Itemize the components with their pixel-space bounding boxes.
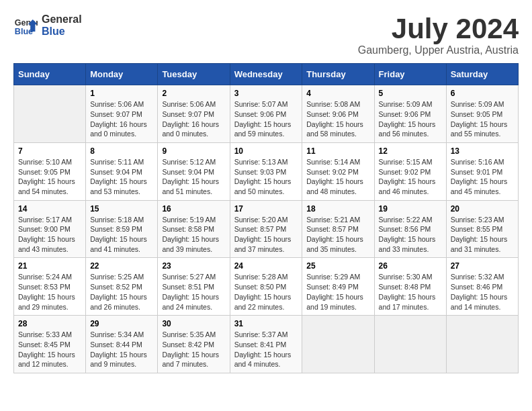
day-info: Sunrise: 5:11 AM Sunset: 9:04 PM Dayligh…: [90, 157, 153, 197]
calendar-cell: [446, 316, 518, 373]
calendar-cell: 4Sunrise: 5:08 AM Sunset: 9:06 PM Daylig…: [302, 85, 374, 143]
header-cell-saturday: Saturday: [446, 64, 518, 85]
calendar-cell: 1Sunrise: 5:06 AM Sunset: 9:07 PM Daylig…: [86, 85, 158, 143]
day-number: 7: [18, 146, 81, 156]
day-info: Sunrise: 5:29 AM Sunset: 8:49 PM Dayligh…: [306, 272, 369, 312]
day-info: Sunrise: 5:28 AM Sunset: 8:50 PM Dayligh…: [234, 272, 298, 312]
calendar-cell: 28Sunrise: 5:33 AM Sunset: 8:45 PM Dayli…: [14, 316, 86, 373]
calendar-cell: 14Sunrise: 5:17 AM Sunset: 9:00 PM Dayli…: [14, 200, 86, 258]
calendar-cell: 7Sunrise: 5:10 AM Sunset: 9:05 PM Daylig…: [14, 142, 86, 200]
calendar-cell: 16Sunrise: 5:19 AM Sunset: 8:58 PM Dayli…: [158, 200, 230, 258]
calendar-cell: 8Sunrise: 5:11 AM Sunset: 9:04 PM Daylig…: [86, 142, 158, 200]
day-info: Sunrise: 5:08 AM Sunset: 9:06 PM Dayligh…: [306, 99, 369, 139]
logo: General Blue General Blue: [13, 13, 82, 38]
day-number: 17: [234, 204, 298, 214]
page-header: General Blue General Blue July 2024 Gaum…: [13, 13, 519, 56]
day-number: 30: [162, 319, 225, 328]
calendar-cell: 18Sunrise: 5:21 AM Sunset: 8:57 PM Dayli…: [302, 200, 374, 258]
header-cell-monday: Monday: [86, 64, 158, 85]
calendar-body: 1Sunrise: 5:06 AM Sunset: 9:07 PM Daylig…: [14, 85, 519, 373]
day-number: 9: [162, 146, 225, 156]
day-number: 13: [451, 146, 514, 156]
day-info: Sunrise: 5:17 AM Sunset: 9:00 PM Dayligh…: [18, 215, 81, 255]
day-number: 31: [234, 319, 298, 328]
day-number: 23: [162, 261, 225, 271]
day-info: Sunrise: 5:37 AM Sunset: 8:41 PM Dayligh…: [234, 330, 298, 369]
day-number: 8: [90, 146, 153, 156]
calendar-cell: 20Sunrise: 5:23 AM Sunset: 8:55 PM Dayli…: [446, 200, 518, 258]
calendar-cell: 29Sunrise: 5:34 AM Sunset: 8:44 PM Dayli…: [86, 316, 158, 373]
calendar-row: 28Sunrise: 5:33 AM Sunset: 8:45 PM Dayli…: [14, 316, 519, 373]
calendar-cell: 6Sunrise: 5:09 AM Sunset: 9:05 PM Daylig…: [446, 85, 518, 143]
day-number: 29: [90, 319, 153, 328]
day-info: Sunrise: 5:12 AM Sunset: 9:04 PM Dayligh…: [162, 157, 225, 197]
day-info: Sunrise: 5:06 AM Sunset: 9:07 PM Dayligh…: [162, 99, 225, 139]
day-number: 20: [451, 204, 514, 214]
day-number: 19: [379, 204, 442, 214]
page-title: July 2024: [358, 13, 519, 44]
day-number: 3: [234, 89, 298, 98]
day-number: 25: [306, 261, 369, 271]
day-number: 22: [90, 261, 153, 271]
day-info: Sunrise: 5:09 AM Sunset: 9:05 PM Dayligh…: [451, 99, 514, 139]
calendar-cell: 13Sunrise: 5:16 AM Sunset: 9:01 PM Dayli…: [446, 142, 518, 200]
day-info: Sunrise: 5:23 AM Sunset: 8:55 PM Dayligh…: [451, 215, 514, 255]
calendar-cell: 15Sunrise: 5:18 AM Sunset: 8:59 PM Dayli…: [86, 200, 158, 258]
day-info: Sunrise: 5:13 AM Sunset: 9:03 PM Dayligh…: [234, 157, 298, 197]
day-number: 2: [162, 89, 225, 98]
day-info: Sunrise: 5:20 AM Sunset: 8:57 PM Dayligh…: [234, 215, 298, 255]
calendar-cell: 5Sunrise: 5:09 AM Sunset: 9:06 PM Daylig…: [374, 85, 446, 143]
calendar-cell: [14, 85, 86, 143]
calendar-cell: 11Sunrise: 5:14 AM Sunset: 9:02 PM Dayli…: [302, 142, 374, 200]
calendar-row: 21Sunrise: 5:24 AM Sunset: 8:53 PM Dayli…: [14, 258, 519, 316]
day-number: 10: [234, 146, 298, 156]
calendar-header: SundayMondayTuesdayWednesdayThursdayFrid…: [14, 64, 519, 85]
day-number: 5: [379, 89, 442, 98]
logo-general-text: General: [42, 13, 82, 26]
day-info: Sunrise: 5:33 AM Sunset: 8:45 PM Dayligh…: [18, 330, 81, 369]
header-cell-sunday: Sunday: [14, 64, 86, 85]
calendar-cell: 22Sunrise: 5:25 AM Sunset: 8:52 PM Dayli…: [86, 258, 158, 316]
day-number: 21: [18, 261, 81, 271]
day-info: Sunrise: 5:16 AM Sunset: 9:01 PM Dayligh…: [451, 157, 514, 197]
day-number: 6: [451, 89, 514, 98]
logo-icon: General Blue: [13, 13, 38, 38]
header-cell-thursday: Thursday: [302, 64, 374, 85]
svg-text:Blue: Blue: [15, 27, 33, 36]
day-info: Sunrise: 5:34 AM Sunset: 8:44 PM Dayligh…: [90, 330, 153, 369]
day-number: 15: [90, 204, 153, 214]
calendar-cell: 9Sunrise: 5:12 AM Sunset: 9:04 PM Daylig…: [158, 142, 230, 200]
day-number: 27: [451, 261, 514, 271]
calendar-cell: 19Sunrise: 5:22 AM Sunset: 8:56 PM Dayli…: [374, 200, 446, 258]
calendar-cell: 17Sunrise: 5:20 AM Sunset: 8:57 PM Dayli…: [230, 200, 302, 258]
day-info: Sunrise: 5:24 AM Sunset: 8:53 PM Dayligh…: [18, 272, 81, 312]
day-info: Sunrise: 5:14 AM Sunset: 9:02 PM Dayligh…: [306, 157, 369, 197]
page-subtitle: Gaumberg, Upper Austria, Austria: [358, 44, 519, 56]
calendar-cell: 31Sunrise: 5:37 AM Sunset: 8:41 PM Dayli…: [230, 316, 302, 373]
calendar-cell: 25Sunrise: 5:29 AM Sunset: 8:49 PM Dayli…: [302, 258, 374, 316]
day-info: Sunrise: 5:09 AM Sunset: 9:06 PM Dayligh…: [379, 99, 442, 139]
calendar-cell: 26Sunrise: 5:30 AM Sunset: 8:48 PM Dayli…: [374, 258, 446, 316]
day-info: Sunrise: 5:07 AM Sunset: 9:06 PM Dayligh…: [234, 99, 298, 139]
calendar-row: 14Sunrise: 5:17 AM Sunset: 9:00 PM Dayli…: [14, 200, 519, 258]
day-number: 24: [234, 261, 298, 271]
day-info: Sunrise: 5:25 AM Sunset: 8:52 PM Dayligh…: [90, 272, 153, 312]
day-info: Sunrise: 5:15 AM Sunset: 9:02 PM Dayligh…: [379, 157, 442, 197]
calendar-row: 1Sunrise: 5:06 AM Sunset: 9:07 PM Daylig…: [14, 85, 519, 143]
day-info: Sunrise: 5:30 AM Sunset: 8:48 PM Dayligh…: [379, 272, 442, 312]
day-info: Sunrise: 5:19 AM Sunset: 8:58 PM Dayligh…: [162, 215, 225, 255]
day-number: 12: [379, 146, 442, 156]
calendar-cell: 27Sunrise: 5:32 AM Sunset: 8:46 PM Dayli…: [446, 258, 518, 316]
calendar-cell: 10Sunrise: 5:13 AM Sunset: 9:03 PM Dayli…: [230, 142, 302, 200]
calendar-cell: 2Sunrise: 5:06 AM Sunset: 9:07 PM Daylig…: [158, 85, 230, 143]
day-number: 11: [306, 146, 369, 156]
day-info: Sunrise: 5:06 AM Sunset: 9:07 PM Dayligh…: [90, 99, 153, 139]
day-number: 26: [379, 261, 442, 271]
calendar-cell: [302, 316, 374, 373]
calendar-cell: 21Sunrise: 5:24 AM Sunset: 8:53 PM Dayli…: [14, 258, 86, 316]
day-info: Sunrise: 5:22 AM Sunset: 8:56 PM Dayligh…: [379, 215, 442, 255]
calendar-row: 7Sunrise: 5:10 AM Sunset: 9:05 PM Daylig…: [14, 142, 519, 200]
header-cell-wednesday: Wednesday: [230, 64, 302, 85]
calendar-cell: 23Sunrise: 5:27 AM Sunset: 8:51 PM Dayli…: [158, 258, 230, 316]
day-number: 4: [306, 89, 369, 98]
